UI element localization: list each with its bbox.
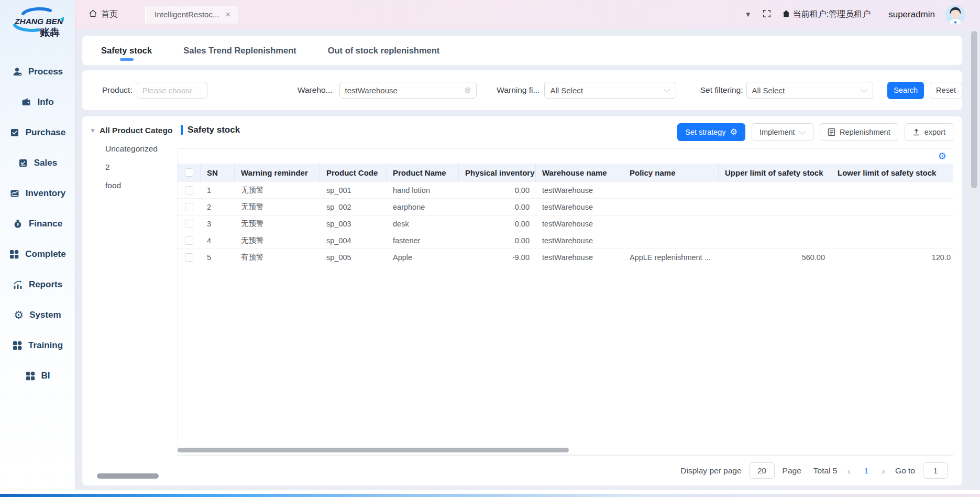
display-per-page-label: Display per page xyxy=(680,466,741,476)
collapse-caret-icon[interactable]: ▼ xyxy=(745,10,752,18)
tree-caret-icon[interactable]: ▼ xyxy=(90,127,96,134)
cell-code: sp_003 xyxy=(320,215,387,232)
warehouse-input[interactable]: ⊗ xyxy=(339,82,477,99)
cell-warning: 无预警 xyxy=(235,232,320,248)
tab-safety-stock[interactable]: Safety stock xyxy=(101,37,152,64)
table-horizontal-scrollbar[interactable] xyxy=(178,448,569,452)
sidebar-item-label: Complete xyxy=(25,249,65,260)
cell-name: desk xyxy=(387,215,459,232)
logo-cn: 账犇 xyxy=(40,27,60,38)
tree-item-food[interactable]: food xyxy=(105,181,177,190)
implement-dropdown-button[interactable]: Implement xyxy=(752,123,813,141)
sidebar-item-reports[interactable]: Reports xyxy=(0,269,75,300)
filter-bar: Product: ··· Wareho... ⊗ Warning fi... A… xyxy=(82,70,962,110)
replenishment-button[interactable]: Replenishment xyxy=(820,123,898,141)
set-strategy-button[interactable]: Set strategy ⚙ xyxy=(677,123,745,141)
window-scrollbar-track[interactable] xyxy=(971,29,978,490)
bottom-gradient-strip xyxy=(0,494,980,497)
sidebar-item-label: BI xyxy=(41,371,50,381)
implement-label: Implement xyxy=(759,128,795,136)
sidebar-item-system[interactable]: ⚙ System xyxy=(0,300,75,330)
home-nav[interactable]: 首页 xyxy=(89,9,118,20)
pagination-bar: Display per page Page Total 5 ‹ 1 › Go t… xyxy=(177,455,953,485)
sidebar-item-training[interactable]: Training xyxy=(0,330,75,361)
sidebar-menu: Process Info Purchase Sales Inventory ¥ … xyxy=(0,57,75,391)
row-checkbox[interactable] xyxy=(185,186,193,195)
reset-button[interactable]: Reset xyxy=(930,82,962,99)
cell-code: sp_001 xyxy=(320,182,387,198)
tab-out-of-stock-replenishment[interactable]: Out of stock replenishment xyxy=(328,37,440,64)
warehouse-input-field[interactable] xyxy=(345,86,461,95)
panel-horizontal-scrollbar[interactable] xyxy=(97,473,159,479)
cell-inventory: 0.00 xyxy=(459,199,536,215)
sidebar-item-process[interactable]: Process xyxy=(0,57,75,87)
warning-filter-label: Warning fi... xyxy=(497,85,539,95)
fullscreen-icon[interactable] xyxy=(762,9,772,20)
gear-icon: ⚙ xyxy=(730,128,737,136)
tenant-indicator[interactable]: 当前租户:管理员租户 xyxy=(782,9,871,20)
prev-page-icon[interactable]: ‹ xyxy=(845,465,853,476)
table-row[interactable]: 2 无预警 sp_002 earphone 0.00 testWarehouse xyxy=(178,198,953,215)
tree-item-uncategorized[interactable]: Uncategorized xyxy=(105,144,177,154)
cell-policy xyxy=(623,182,719,198)
sidebar-item-complete[interactable]: Complete xyxy=(0,239,75,269)
gear-icon: ⚙ xyxy=(14,310,24,321)
sidebar-item-label: Training xyxy=(28,340,63,351)
cell-warning: 无预警 xyxy=(235,215,320,232)
cell-warehouse: testWarehouse xyxy=(536,199,623,215)
panel-title-text: Safety stock xyxy=(188,125,240,135)
cell-policy: AppLE replenishment ... xyxy=(623,249,719,265)
column-settings-icon[interactable]: ⚙ xyxy=(938,152,946,161)
user-icon xyxy=(12,67,23,77)
row-checkbox[interactable] xyxy=(185,253,193,262)
sidebar-item-finance[interactable]: ¥ Finance xyxy=(0,209,75,239)
sidebar-item-bi[interactable]: BI xyxy=(0,361,75,391)
content-panel: ▼ All Product Catego Uncategorized 2 foo… xyxy=(82,116,962,485)
document-icon xyxy=(828,128,835,136)
sidebar-item-label: Reports xyxy=(29,279,62,290)
open-page-tab[interactable]: IntelligentRestoc... × xyxy=(145,6,238,24)
product-input[interactable]: ··· xyxy=(137,82,207,99)
bar-chart-icon xyxy=(13,279,23,290)
window-scrollbar-thumb[interactable] xyxy=(971,31,977,188)
export-button[interactable]: export xyxy=(905,123,953,141)
tab-close-icon[interactable]: × xyxy=(225,10,230,19)
clear-icon[interactable]: ⊗ xyxy=(464,86,471,94)
current-page[interactable]: 1 xyxy=(861,466,872,476)
cell-upper: 560.00 xyxy=(719,249,831,265)
cell-lower xyxy=(831,215,953,232)
ellipsis-icon: ··· xyxy=(195,87,202,94)
select-all-checkbox[interactable] xyxy=(185,168,193,177)
table-row[interactable]: 1 无预警 sp_001 hand lotion 0.00 testWareho… xyxy=(178,181,953,198)
next-page-icon[interactable]: › xyxy=(879,465,887,476)
table-settings-row: ⚙ xyxy=(178,149,953,164)
username[interactable]: superadmin xyxy=(888,9,935,20)
row-checkbox[interactable] xyxy=(185,236,193,245)
row-checkbox[interactable] xyxy=(185,220,193,228)
tree-root-label: All Product Catego xyxy=(100,126,173,135)
goto-page-input[interactable] xyxy=(923,462,948,479)
search-button[interactable]: Search xyxy=(887,82,924,99)
tree-root-all-product-categories[interactable]: ▼ All Product Catego xyxy=(90,126,177,135)
product-input-field[interactable] xyxy=(142,86,192,95)
tab-sales-trend-replenishment[interactable]: Sales Trend Replenishment xyxy=(183,37,296,64)
sidebar-item-purchase[interactable]: Purchase xyxy=(0,117,75,148)
warning-filter-select[interactable]: All Select xyxy=(544,82,676,99)
page-size-input[interactable] xyxy=(750,462,775,479)
table-row[interactable]: 5 有预警 sp_005 Apple -9.00 testWarehouse A… xyxy=(178,248,953,265)
home-solid-icon xyxy=(782,9,790,20)
sidebar-item-info[interactable]: Info xyxy=(0,87,75,117)
page-tabs: Safety stock Sales Trend Replenishment O… xyxy=(82,36,962,65)
sidebar-item-sales[interactable]: Sales xyxy=(0,148,75,178)
cell-name: fastener xyxy=(387,232,459,248)
sidebar-item-inventory[interactable]: Inventory xyxy=(0,178,75,209)
set-filtering-select[interactable]: All Select xyxy=(746,82,874,99)
col-warehouse-name: Warehouse name xyxy=(536,164,623,181)
chevron-down-icon xyxy=(861,86,867,93)
row-checkbox[interactable] xyxy=(185,203,193,211)
tree-item-2[interactable]: 2 xyxy=(105,163,177,172)
table-row[interactable]: 4 无预警 sp_004 fastener 0.00 testWarehouse xyxy=(178,232,953,248)
cell-code: sp_002 xyxy=(320,199,387,215)
table-row[interactable]: 3 无预警 sp_003 desk 0.00 testWarehouse xyxy=(178,215,953,232)
avatar[interactable] xyxy=(945,5,965,25)
